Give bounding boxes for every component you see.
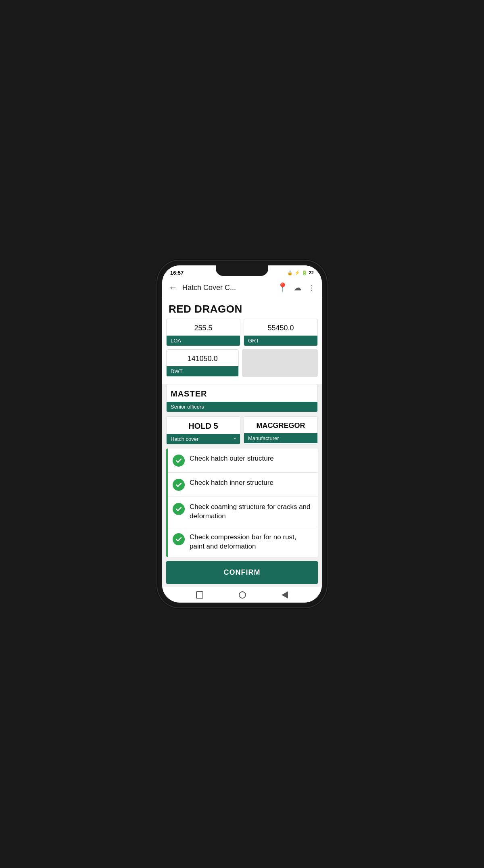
manufacturer-value: MACGREGOR xyxy=(244,417,317,433)
phone-frame: 16:57 🔒 ⚡ 🔋 22 ← Hatch Cover C... 📍 ☁ ⋮ … xyxy=(157,261,327,607)
app-header: ← Hatch Cover C... 📍 ☁ ⋮ xyxy=(162,278,322,297)
checklist-text-1: Check hatch outer structure xyxy=(190,454,274,463)
stats-row-2: 141050.0 DWT xyxy=(166,349,318,377)
bluetooth-icon: ⚡ xyxy=(294,270,300,275)
check-icon-2 xyxy=(173,479,185,491)
checklist-item-2[interactable]: Check hatch inner structure xyxy=(168,473,318,497)
checklist-text-3: Check coaming structure for cracks and d… xyxy=(190,503,313,521)
battery-icon: 🔋 xyxy=(302,270,307,275)
nav-home-button[interactable] xyxy=(239,591,246,599)
check-icon-4 xyxy=(173,533,185,545)
master-section: MASTER Senior officers xyxy=(166,384,318,412)
phone-screen: 16:57 🔒 ⚡ 🔋 22 ← Hatch Cover C... 📍 ☁ ⋮ … xyxy=(162,265,322,603)
checklist-item-1[interactable]: Check hatch outer structure xyxy=(168,449,318,473)
checklist-item-3[interactable]: Check coaming structure for cracks and d… xyxy=(168,497,318,527)
header-icons: 📍 ☁ ⋮ xyxy=(277,282,315,293)
checklist-text-4: Check compression bar for no rust, paint… xyxy=(190,533,313,551)
loa-label: LOA xyxy=(167,336,240,346)
asterisk-icon: * xyxy=(234,436,236,442)
loa-cell: 255.5 LOA xyxy=(166,319,240,346)
manufacturer-cell: MACGREGOR Manufacturer xyxy=(244,416,318,444)
check-icon-1 xyxy=(173,455,185,467)
grt-cell: 55450.0 GRT xyxy=(244,319,318,346)
checklist-text-2: Check hatch inner structure xyxy=(190,478,273,488)
confirm-button[interactable]: CONFIRM xyxy=(166,561,318,584)
hold-cell: HOLD 5 Hatch cover * xyxy=(166,416,240,444)
more-options-icon[interactable]: ⋮ xyxy=(307,283,315,292)
hold-label: Hatch cover * xyxy=(167,434,240,444)
dwt-empty-cell xyxy=(242,349,318,377)
phone-notch xyxy=(216,265,268,276)
grt-label: GRT xyxy=(244,336,317,346)
dwt-value: 141050.0 xyxy=(167,350,238,366)
checklist-item-4[interactable]: Check compression bar for no rust, paint… xyxy=(168,527,318,557)
manufacturer-label: Manufacturer xyxy=(244,433,317,443)
stats-grid: 255.5 LOA 55450.0 GRT 141050.0 xyxy=(162,319,322,384)
dwt-cell: 141050.0 DWT xyxy=(166,349,239,377)
location-pin-icon[interactable]: 📍 xyxy=(277,282,288,293)
nav-recent-button[interactable] xyxy=(196,591,203,599)
checklist-section: Check hatch outer structure Check hatch … xyxy=(166,449,318,557)
battery-value: 22 xyxy=(309,270,314,275)
dwt-label: DWT xyxy=(167,366,238,376)
status-time: 16:57 xyxy=(170,270,184,276)
ship-name: RED DRAGON xyxy=(169,303,315,315)
back-button[interactable]: ← xyxy=(169,282,177,293)
lock-icon: 🔒 xyxy=(287,270,293,275)
android-nav-bar xyxy=(162,587,322,603)
hold-grid: HOLD 5 Hatch cover * MACGREGOR Manufactu… xyxy=(166,416,318,444)
check-icon-3 xyxy=(173,503,185,515)
master-label: Senior officers xyxy=(167,402,317,412)
hold-value: HOLD 5 xyxy=(167,417,240,434)
stats-row-1: 255.5 LOA 55450.0 GRT xyxy=(166,319,318,346)
cloud-upload-icon[interactable]: ☁ xyxy=(294,283,302,292)
ship-name-section: RED DRAGON xyxy=(162,297,322,319)
master-value: MASTER xyxy=(167,384,317,402)
header-title: Hatch Cover C... xyxy=(182,284,272,292)
main-content: RED DRAGON 255.5 LOA 55450.0 GRT xyxy=(162,297,322,587)
nav-back-button[interactable] xyxy=(282,591,288,599)
grt-value: 55450.0 xyxy=(244,319,317,336)
status-icons: 🔒 ⚡ 🔋 22 xyxy=(287,270,314,275)
loa-value: 255.5 xyxy=(167,319,240,336)
